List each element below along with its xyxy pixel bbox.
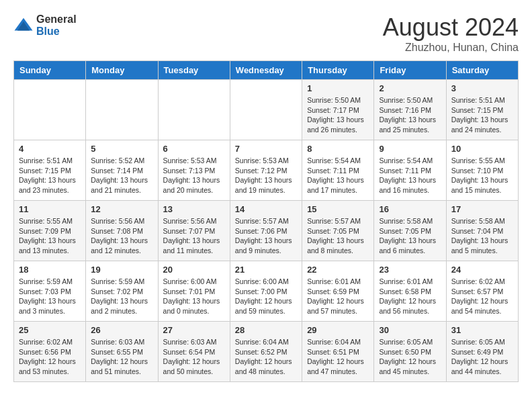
day-number: 6 xyxy=(163,144,225,154)
day-number: 30 xyxy=(379,325,441,335)
calendar-cell: 16Sunrise: 5:58 AM Sunset: 7:05 PM Dayli… xyxy=(374,201,446,261)
day-number: 28 xyxy=(235,325,297,335)
day-number: 9 xyxy=(379,144,441,154)
logo-blue: Blue xyxy=(36,26,60,37)
day-info: Sunrise: 5:56 AM Sunset: 7:08 PM Dayligh… xyxy=(91,216,152,256)
calendar-cell: 7Sunrise: 5:53 AM Sunset: 7:12 PM Daylig… xyxy=(230,140,302,201)
calendar-cell: 9Sunrise: 5:54 AM Sunset: 7:11 PM Daylig… xyxy=(374,140,446,201)
day-number: 11 xyxy=(19,204,81,214)
logo-general: General xyxy=(36,13,77,25)
title-block: August 2024 Zhuzhou, Hunan, China xyxy=(383,13,519,54)
day-number: 16 xyxy=(379,204,441,214)
day-number: 21 xyxy=(235,265,297,275)
calendar-cell: 21Sunrise: 6:00 AM Sunset: 7:00 PM Dayli… xyxy=(230,261,302,322)
day-info: Sunrise: 6:00 AM Sunset: 7:00 PM Dayligh… xyxy=(235,277,297,316)
day-info: Sunrise: 5:58 AM Sunset: 7:04 PM Dayligh… xyxy=(451,216,513,256)
day-number: 3 xyxy=(451,83,513,93)
day-info: Sunrise: 5:51 AM Sunset: 7:15 PM Dayligh… xyxy=(451,95,513,135)
day-number: 8 xyxy=(307,144,369,154)
day-number: 4 xyxy=(19,144,81,154)
day-info: Sunrise: 6:02 AM Sunset: 6:56 PM Dayligh… xyxy=(19,337,81,377)
day-info: Sunrise: 5:53 AM Sunset: 7:12 PM Dayligh… xyxy=(235,156,297,195)
day-info: Sunrise: 6:02 AM Sunset: 6:57 PM Dayligh… xyxy=(451,277,513,316)
calendar-cell: 13Sunrise: 5:56 AM Sunset: 7:07 PM Dayli… xyxy=(158,201,230,261)
calendar-cell: 11Sunrise: 5:55 AM Sunset: 7:09 PM Dayli… xyxy=(14,201,86,261)
day-info: Sunrise: 6:03 AM Sunset: 6:54 PM Dayligh… xyxy=(163,337,225,377)
month-year-title: August 2024 xyxy=(383,13,519,42)
day-info: Sunrise: 5:59 AM Sunset: 7:03 PM Dayligh… xyxy=(19,277,81,316)
calendar-week-row: 11Sunrise: 5:55 AM Sunset: 7:09 PM Dayli… xyxy=(14,201,519,261)
day-info: Sunrise: 5:57 AM Sunset: 7:06 PM Dayligh… xyxy=(235,216,297,256)
day-info: Sunrise: 5:55 AM Sunset: 7:09 PM Dayligh… xyxy=(19,216,81,256)
day-number: 20 xyxy=(163,265,225,275)
calendar-cell: 26Sunrise: 6:03 AM Sunset: 6:55 PM Dayli… xyxy=(86,322,158,382)
day-info: Sunrise: 5:55 AM Sunset: 7:10 PM Dayligh… xyxy=(451,156,513,195)
day-header-monday: Monday xyxy=(86,61,158,80)
day-info: Sunrise: 6:04 AM Sunset: 6:52 PM Dayligh… xyxy=(235,337,297,377)
calendar-cell: 24Sunrise: 6:02 AM Sunset: 6:57 PM Dayli… xyxy=(446,261,518,322)
day-header-friday: Friday xyxy=(374,61,446,80)
calendar-header-row: SundayMondayTuesdayWednesdayThursdayFrid… xyxy=(14,61,519,80)
day-number: 26 xyxy=(91,325,152,335)
day-info: Sunrise: 5:51 AM Sunset: 7:15 PM Dayligh… xyxy=(19,156,81,195)
day-info: Sunrise: 5:53 AM Sunset: 7:13 PM Dayligh… xyxy=(163,156,225,195)
location-subtitle: Zhuzhou, Hunan, China xyxy=(383,42,519,54)
calendar-cell: 18Sunrise: 5:59 AM Sunset: 7:03 PM Dayli… xyxy=(14,261,86,322)
calendar-cell: 8Sunrise: 5:54 AM Sunset: 7:11 PM Daylig… xyxy=(302,140,374,201)
logo-icon xyxy=(13,15,34,36)
day-number: 15 xyxy=(307,204,369,214)
page-header: General Blue August 2024 Zhuzhou, Hunan,… xyxy=(13,13,519,54)
calendar-cell xyxy=(158,80,230,140)
day-number: 1 xyxy=(307,83,369,93)
calendar-cell: 1Sunrise: 5:50 AM Sunset: 7:17 PM Daylig… xyxy=(302,80,374,140)
calendar-cell: 22Sunrise: 6:01 AM Sunset: 6:59 PM Dayli… xyxy=(302,261,374,322)
calendar-cell xyxy=(86,80,158,140)
day-info: Sunrise: 5:58 AM Sunset: 7:05 PM Dayligh… xyxy=(379,216,441,256)
calendar-cell: 5Sunrise: 5:52 AM Sunset: 7:14 PM Daylig… xyxy=(86,140,158,201)
calendar-week-row: 18Sunrise: 5:59 AM Sunset: 7:03 PM Dayli… xyxy=(14,261,519,322)
day-header-thursday: Thursday xyxy=(302,61,374,80)
calendar-cell: 4Sunrise: 5:51 AM Sunset: 7:15 PM Daylig… xyxy=(14,140,86,201)
calendar-cell: 30Sunrise: 6:05 AM Sunset: 6:50 PM Dayli… xyxy=(374,322,446,382)
day-info: Sunrise: 5:52 AM Sunset: 7:14 PM Dayligh… xyxy=(91,156,152,195)
day-info: Sunrise: 5:59 AM Sunset: 7:02 PM Dayligh… xyxy=(91,277,152,316)
calendar-cell: 29Sunrise: 6:04 AM Sunset: 6:51 PM Dayli… xyxy=(302,322,374,382)
calendar-cell: 20Sunrise: 6:00 AM Sunset: 7:01 PM Dayli… xyxy=(158,261,230,322)
day-info: Sunrise: 6:01 AM Sunset: 6:58 PM Dayligh… xyxy=(379,277,441,316)
day-info: Sunrise: 5:57 AM Sunset: 7:05 PM Dayligh… xyxy=(307,216,369,256)
day-info: Sunrise: 6:01 AM Sunset: 6:59 PM Dayligh… xyxy=(307,277,369,316)
day-info: Sunrise: 6:03 AM Sunset: 6:55 PM Dayligh… xyxy=(91,337,152,377)
day-number: 13 xyxy=(163,204,225,214)
calendar-week-row: 1Sunrise: 5:50 AM Sunset: 7:17 PM Daylig… xyxy=(14,80,519,140)
day-number: 27 xyxy=(163,325,225,335)
calendar-cell: 23Sunrise: 6:01 AM Sunset: 6:58 PM Dayli… xyxy=(374,261,446,322)
calendar-table: SundayMondayTuesdayWednesdayThursdayFrid… xyxy=(13,60,519,382)
day-info: Sunrise: 5:54 AM Sunset: 7:11 PM Dayligh… xyxy=(307,156,369,195)
calendar-cell: 27Sunrise: 6:03 AM Sunset: 6:54 PM Dayli… xyxy=(158,322,230,382)
day-number: 10 xyxy=(451,144,513,154)
day-number: 25 xyxy=(19,325,81,335)
day-number: 23 xyxy=(379,265,441,275)
day-info: Sunrise: 5:50 AM Sunset: 7:17 PM Dayligh… xyxy=(307,95,369,135)
day-number: 5 xyxy=(91,144,152,154)
day-header-tuesday: Tuesday xyxy=(158,61,230,80)
calendar-cell: 2Sunrise: 5:50 AM Sunset: 7:16 PM Daylig… xyxy=(374,80,446,140)
calendar-cell: 10Sunrise: 5:55 AM Sunset: 7:10 PM Dayli… xyxy=(446,140,518,201)
calendar-cell: 17Sunrise: 5:58 AM Sunset: 7:04 PM Dayli… xyxy=(446,201,518,261)
calendar-cell: 12Sunrise: 5:56 AM Sunset: 7:08 PM Dayli… xyxy=(86,201,158,261)
calendar-cell: 3Sunrise: 5:51 AM Sunset: 7:15 PM Daylig… xyxy=(446,80,518,140)
day-info: Sunrise: 6:05 AM Sunset: 6:49 PM Dayligh… xyxy=(451,337,513,377)
day-number: 29 xyxy=(307,325,369,335)
calendar-cell: 15Sunrise: 5:57 AM Sunset: 7:05 PM Dayli… xyxy=(302,201,374,261)
day-number: 2 xyxy=(379,83,441,93)
calendar-cell xyxy=(230,80,302,140)
day-number: 31 xyxy=(451,325,513,335)
day-info: Sunrise: 6:05 AM Sunset: 6:50 PM Dayligh… xyxy=(379,337,441,377)
day-header-wednesday: Wednesday xyxy=(230,61,302,80)
day-number: 12 xyxy=(91,204,152,214)
day-info: Sunrise: 5:54 AM Sunset: 7:11 PM Dayligh… xyxy=(379,156,441,195)
day-number: 24 xyxy=(451,265,513,275)
day-header-saturday: Saturday xyxy=(446,61,518,80)
day-header-sunday: Sunday xyxy=(14,61,86,80)
calendar-cell: 25Sunrise: 6:02 AM Sunset: 6:56 PM Dayli… xyxy=(14,322,86,382)
